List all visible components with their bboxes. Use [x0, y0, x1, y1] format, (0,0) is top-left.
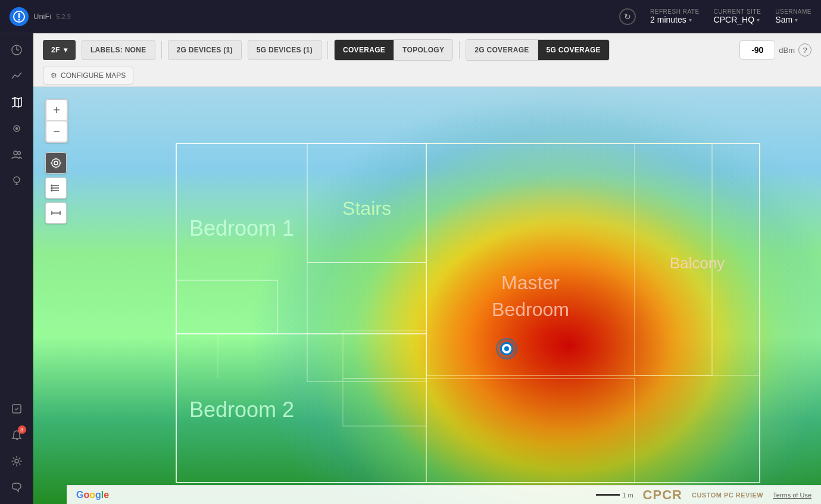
configure-icon: ⚙	[51, 71, 57, 80]
help-button[interactable]: ?	[798, 43, 811, 57]
zoom-out-button[interactable]: −	[46, 121, 67, 142]
watermark-text: CUSTOM PC REVIEW	[692, 492, 763, 499]
svg-text:Bedroom 2: Bedroom 2	[189, 397, 294, 422]
separator-3	[459, 41, 460, 59]
target-tool-button[interactable]	[45, 152, 67, 174]
svg-point-20	[54, 161, 58, 165]
toolbar-row2: ⚙ CONFIGURE MAPS	[43, 67, 811, 84]
zoom-controls: + −	[45, 99, 68, 143]
username-label: USERNAME	[775, 8, 811, 15]
sidebar-item-clients[interactable]	[5, 143, 29, 167]
svg-marker-6	[15, 98, 18, 107]
scale-line	[596, 494, 620, 496]
top-bar: UniFi 5.2.9 ↻ REFRESH RATE 2 minutes ▾ C…	[0, 0, 821, 33]
coverage-5g-label: 5G COVERAGE	[547, 46, 601, 54]
refresh-button[interactable]: ↻	[619, 8, 636, 25]
topology-label: TOPOLOGY	[402, 46, 444, 54]
google-logo: Google	[76, 490, 109, 500]
separator-2	[327, 41, 328, 59]
site-label: CURRENT SITE	[714, 8, 761, 15]
site-value: CPCR_HQ	[714, 15, 754, 24]
svg-text:Bedroom: Bedroom	[492, 299, 569, 320]
configure-maps-button[interactable]: ⚙ CONFIGURE MAPS	[43, 67, 133, 84]
dbm-input[interactable]	[739, 40, 775, 60]
coverage-5g-button[interactable]: 5G COVERAGE	[538, 40, 609, 60]
current-site-section: CURRENT SITE CPCR_HQ ▾	[714, 8, 761, 24]
sidebar-item-tasks[interactable]	[5, 397, 29, 421]
svg-text:Master: Master	[501, 272, 560, 293]
sidebar-item-dashboard[interactable]	[5, 38, 29, 62]
ap-outer-ring	[496, 338, 517, 359]
devices-2g-button[interactable]: 2G DEVICES (1)	[168, 40, 242, 60]
ap-inner-ring	[500, 342, 513, 355]
svg-rect-37	[176, 280, 277, 334]
sidebar-item-devices[interactable]	[5, 117, 29, 140]
sidebar-item-support[interactable]	[5, 475, 29, 499]
coverage-type-group: 2G COVERAGE 5G COVERAGE	[466, 39, 610, 61]
dbm-unit: dBm	[779, 46, 795, 55]
content-area: 2F ▾ LABELS: NONE 2G DEVICES (1) 5G DEVI…	[33, 33, 821, 504]
coverage-2g-button[interactable]: 2G COVERAGE	[466, 40, 538, 60]
view-mode-group: COVERAGE TOPOLOGY	[334, 39, 453, 61]
floor-selector-label: 2F	[51, 46, 60, 54]
floor-selector-arrow: ▾	[64, 46, 67, 54]
floor-plan: Bedroom 1 Stairs Master Bedroom Balcony …	[141, 111, 795, 504]
svg-point-2	[18, 18, 20, 20]
svg-line-16	[16, 408, 18, 410]
svg-rect-41	[307, 262, 426, 381]
svg-point-9	[14, 151, 17, 155]
svg-point-8	[15, 128, 17, 130]
devices-5g-label: 5G DEVICES (1)	[257, 46, 313, 54]
logo-area: UniFi 5.2.9	[10, 7, 71, 26]
ap-dot	[504, 346, 509, 351]
scale-tool-button[interactable]	[45, 202, 67, 224]
list-tool-button[interactable]	[45, 177, 67, 199]
username-section: USERNAME Sam ▾	[775, 8, 811, 24]
svg-rect-44	[426, 378, 635, 483]
svg-point-28	[51, 185, 52, 186]
floor-selector-button[interactable]: 2F ▾	[43, 40, 76, 60]
username-value: Sam	[775, 15, 792, 24]
sidebar-item-insights[interactable]	[5, 169, 29, 193]
map-tools	[45, 152, 67, 224]
svg-point-18	[15, 459, 18, 463]
brand-name: UniFi	[33, 12, 51, 21]
topology-button[interactable]: TOPOLOGY	[394, 40, 452, 60]
sidebar-item-alerts[interactable]: 3	[5, 423, 29, 447]
toolbar-row1: 2F ▾ LABELS: NONE 2G DEVICES (1) 5G DEVI…	[43, 39, 811, 61]
bottom-right: 1 m CPCR CUSTOM PC REVIEW Terms of Use	[596, 487, 811, 503]
scale-bar: 1 m	[596, 492, 633, 499]
svg-point-30	[51, 190, 52, 191]
scale-label: 1 m	[622, 492, 633, 499]
coverage-button[interactable]: COVERAGE	[335, 40, 394, 60]
svg-rect-42	[343, 331, 426, 378]
labels-button[interactable]: LABELS: NONE	[82, 40, 155, 60]
username-dropdown-icon[interactable]: ▾	[795, 17, 798, 23]
alerts-badge: 3	[18, 425, 26, 434]
labels-button-label: LABELS: NONE	[90, 46, 146, 54]
sidebar-item-stats[interactable]	[5, 64, 29, 88]
site-dropdown-icon[interactable]: ▾	[757, 17, 760, 23]
devices-2g-label: 2G DEVICES (1)	[177, 46, 233, 54]
map-area[interactable]: + −	[33, 87, 821, 504]
devices-5g-button[interactable]: 5G DEVICES (1)	[248, 40, 321, 60]
zoom-in-button[interactable]: +	[46, 99, 67, 121]
terms-of-use-link[interactable]: Terms of Use	[773, 492, 811, 499]
coverage-2g-label: 2G COVERAGE	[475, 46, 529, 54]
refresh-rate-dropdown-icon[interactable]: ▾	[689, 17, 692, 23]
watermark-logo: CPCR	[643, 487, 682, 503]
access-point-marker[interactable]	[496, 338, 517, 359]
svg-point-29	[51, 187, 52, 189]
svg-line-15	[15, 409, 16, 410]
unifi-logo	[10, 7, 29, 26]
bottom-bar: Google 1 m CPCR CUSTOM PC REVIEW Terms o…	[67, 485, 821, 504]
coverage-label: COVERAGE	[343, 46, 385, 54]
sidebar-item-settings[interactable]	[5, 449, 29, 473]
refresh-rate-section: REFRESH RATE 2 minutes ▾	[650, 8, 700, 24]
sidebar-item-map[interactable]	[5, 90, 29, 114]
refresh-rate-label: REFRESH RATE	[650, 8, 700, 15]
svg-rect-34	[176, 143, 760, 483]
dbm-group: dBm ?	[739, 40, 811, 60]
topbar-right: ↻ REFRESH RATE 2 minutes ▾ CURRENT SITE …	[619, 8, 811, 25]
svg-text:Balcony: Balcony	[670, 254, 725, 272]
